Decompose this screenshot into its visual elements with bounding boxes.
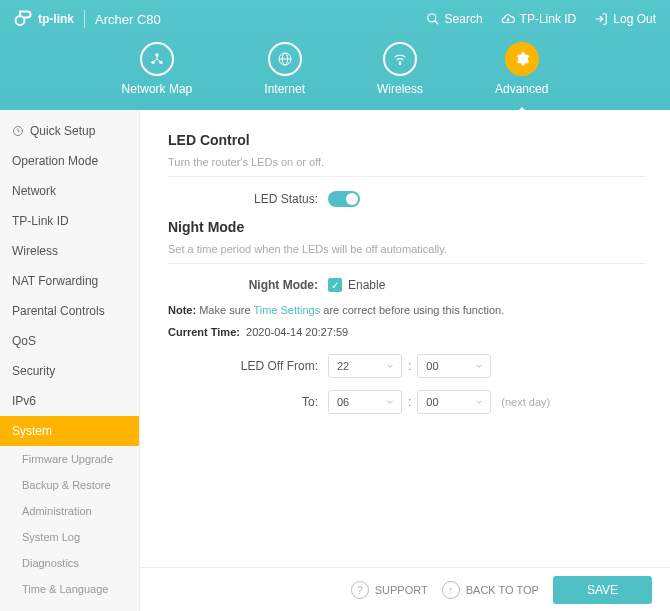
led-off-from-label: LED Off From: bbox=[168, 359, 328, 373]
sidebar: Quick Setup Operation Mode Network TP-Li… bbox=[0, 110, 140, 611]
gear-icon bbox=[514, 51, 530, 67]
logout-button[interactable]: Log Out bbox=[594, 12, 656, 26]
sidebar-sub-firmware-upgrade[interactable]: Firmware Upgrade bbox=[0, 446, 139, 472]
time-settings-link[interactable]: Time Settings bbox=[253, 304, 320, 316]
rocket-icon bbox=[12, 125, 24, 137]
svg-point-9 bbox=[399, 63, 400, 64]
night-mode-checkbox[interactable]: ✓ bbox=[328, 278, 342, 292]
sidebar-sub-backup-restore[interactable]: Backup & Restore bbox=[0, 472, 139, 498]
network-map-icon bbox=[149, 51, 165, 67]
sidebar-item-network[interactable]: Network bbox=[0, 176, 139, 206]
sidebar-item-operation-mode[interactable]: Operation Mode bbox=[0, 146, 139, 176]
divider bbox=[84, 10, 85, 28]
off-min-select[interactable]: 00 bbox=[417, 354, 491, 378]
chevron-down-icon bbox=[385, 397, 395, 407]
sidebar-item-qos[interactable]: QoS bbox=[0, 326, 139, 356]
note-text: Note: Make sure Time Settings are correc… bbox=[168, 304, 646, 316]
current-time: Current Time: 2020-04-14 20:27:59 bbox=[168, 326, 646, 338]
svg-point-1 bbox=[427, 14, 435, 22]
sidebar-item-system[interactable]: System bbox=[0, 416, 139, 446]
sidebar-item-wireless[interactable]: Wireless bbox=[0, 236, 139, 266]
sidebar-item-tplink-id[interactable]: TP-Link ID bbox=[0, 206, 139, 236]
globe-icon bbox=[277, 51, 293, 67]
model-name: Archer C80 bbox=[95, 12, 161, 27]
section-desc-night: Set a time period when the LEDs will be … bbox=[168, 243, 646, 255]
chevron-down-icon bbox=[474, 397, 484, 407]
sidebar-sub-administration[interactable]: Administration bbox=[0, 498, 139, 524]
wifi-icon bbox=[392, 51, 408, 67]
next-day-hint: (next day) bbox=[501, 396, 550, 408]
search-button[interactable]: Search bbox=[426, 12, 483, 26]
save-button[interactable]: SAVE bbox=[553, 576, 652, 604]
svg-point-0 bbox=[16, 16, 25, 25]
sidebar-sub-diagnostics[interactable]: Diagnostics bbox=[0, 550, 139, 576]
search-icon bbox=[426, 12, 440, 26]
svg-point-3 bbox=[155, 53, 158, 56]
to-min-select[interactable]: 00 bbox=[417, 390, 491, 414]
logout-icon bbox=[594, 12, 608, 26]
sidebar-item-parental-controls[interactable]: Parental Controls bbox=[0, 296, 139, 326]
support-button[interactable]: ? SUPPORT bbox=[351, 581, 428, 599]
to-label: To: bbox=[168, 395, 328, 409]
tab-advanced[interactable]: Advanced bbox=[495, 42, 548, 96]
cloud-download-icon bbox=[501, 12, 515, 26]
enable-label: Enable bbox=[348, 278, 385, 292]
night-mode-label: Night Mode: bbox=[168, 278, 328, 292]
tab-wireless[interactable]: Wireless bbox=[377, 42, 423, 96]
sidebar-item-ipv6[interactable]: IPv6 bbox=[0, 386, 139, 416]
sidebar-sub-reboot[interactable]: Reboot bbox=[0, 602, 139, 611]
sidebar-item-security[interactable]: Security bbox=[0, 356, 139, 386]
led-status-label: LED Status: bbox=[168, 192, 328, 206]
off-hour-select[interactable]: 22 bbox=[328, 354, 402, 378]
sidebar-item-quick-setup[interactable]: Quick Setup bbox=[0, 116, 139, 146]
tab-network-map[interactable]: Network Map bbox=[122, 42, 193, 96]
chevron-down-icon bbox=[474, 361, 484, 371]
section-title-led: LED Control bbox=[168, 132, 646, 148]
chevron-down-icon bbox=[385, 361, 395, 371]
brand-text: tp-link bbox=[38, 12, 74, 26]
back-to-top-button[interactable]: ↑ BACK TO TOP bbox=[442, 581, 539, 599]
question-icon: ? bbox=[351, 581, 369, 599]
brand-logo: tp-link bbox=[14, 10, 74, 28]
tplink-id-button[interactable]: TP-Link ID bbox=[501, 12, 577, 26]
arrow-up-icon: ↑ bbox=[442, 581, 460, 599]
tab-internet[interactable]: Internet bbox=[264, 42, 305, 96]
sidebar-item-nat-forwarding[interactable]: NAT Forwarding bbox=[0, 266, 139, 296]
section-desc-led: Turn the router's LEDs on or off. bbox=[168, 156, 646, 168]
led-status-toggle[interactable] bbox=[328, 191, 360, 207]
sidebar-sub-system-log[interactable]: System Log bbox=[0, 524, 139, 550]
sidebar-sub-time-language[interactable]: Time & Language bbox=[0, 576, 139, 602]
section-title-night: Night Mode bbox=[168, 219, 646, 235]
to-hour-select[interactable]: 06 bbox=[328, 390, 402, 414]
svg-line-2 bbox=[434, 21, 438, 25]
